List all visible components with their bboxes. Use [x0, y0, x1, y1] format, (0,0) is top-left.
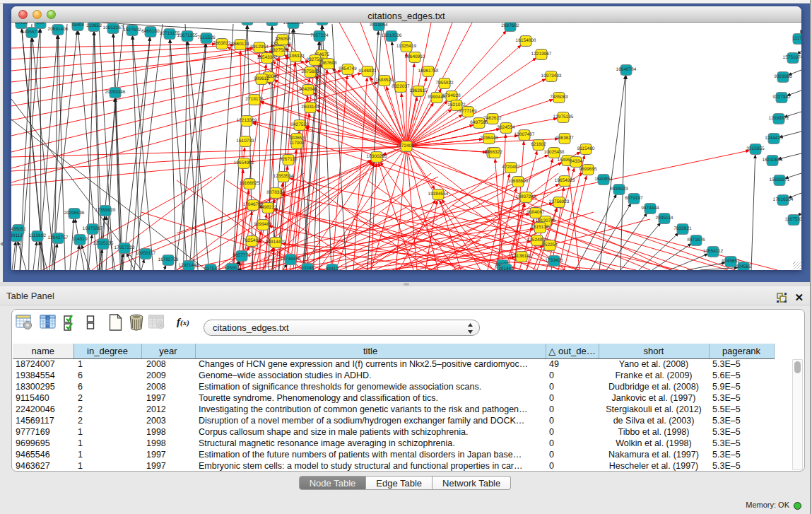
- svg-text:10975867: 10975867: [83, 226, 103, 231]
- svg-text:15692971: 15692971: [770, 177, 790, 182]
- svg-text:2935114: 2935114: [656, 216, 673, 221]
- svg-text:10653267: 10653267: [103, 25, 124, 30]
- svg-text:19166825: 19166825: [240, 181, 260, 186]
- svg-text:904: 904: [37, 23, 45, 25]
- svg-text:7955822: 7955822: [435, 81, 454, 86]
- svg-text:19756923: 19756923: [549, 199, 570, 204]
- svg-text:17957223: 17957223: [114, 245, 135, 250]
- svg-text:1640954: 1640954: [594, 177, 613, 182]
- svg-text:7515526: 7515526: [197, 35, 216, 40]
- svg-text:10246: 10246: [301, 266, 314, 270]
- svg-text:326058: 326058: [275, 37, 290, 42]
- svg-text:4498222: 4498222: [259, 205, 277, 210]
- svg-text:9329966: 9329966: [774, 74, 792, 79]
- svg-text:2603144: 2603144: [301, 105, 319, 110]
- svg-text:1527602: 1527602: [123, 28, 141, 33]
- svg-text:7462612: 7462612: [483, 116, 502, 121]
- svg-text:14055712: 14055712: [22, 30, 42, 35]
- svg-text:93754: 93754: [204, 267, 217, 270]
- svg-text:3215955: 3215955: [746, 146, 765, 151]
- svg-text:11325419: 11325419: [396, 44, 417, 49]
- svg-text:252254: 252254: [542, 243, 558, 247]
- svg-text:621602: 621602: [531, 142, 546, 147]
- svg-text:10688609: 10688609: [508, 179, 529, 184]
- svg-text:98412: 98412: [326, 267, 339, 270]
- svg-text:12093872: 12093872: [769, 116, 789, 121]
- svg-text:84334: 84334: [570, 159, 582, 164]
- svg-text:14136141: 14136141: [512, 254, 532, 259]
- svg-text:1733426: 1733426: [545, 258, 563, 263]
- svg-text:39113: 39113: [11, 233, 23, 238]
- svg-text:210653: 210653: [86, 23, 102, 28]
- svg-text:18300295: 18300295: [367, 154, 387, 159]
- svg-text:20206536: 20206536: [64, 211, 85, 216]
- svg-text:9657771: 9657771: [233, 253, 251, 258]
- svg-text:1362615: 1362615: [409, 88, 428, 93]
- svg-text:1167533: 1167533: [785, 217, 801, 222]
- svg-text:105051: 105051: [224, 266, 240, 270]
- svg-text:12505135: 12505135: [93, 241, 114, 246]
- svg-text:18640910: 18640910: [405, 54, 425, 59]
- svg-text:12213369: 12213369: [237, 118, 257, 123]
- svg-text:8454749: 8454749: [339, 66, 357, 71]
- svg-text:19218506: 19218506: [382, 33, 402, 38]
- svg-text:8938923: 8938923: [610, 187, 628, 192]
- svg-text:1115682: 1115682: [29, 233, 47, 238]
- svg-text:8813054: 8813054: [370, 23, 388, 28]
- svg-text:2367608: 2367608: [319, 61, 337, 66]
- svg-text:16033809: 16033809: [283, 23, 304, 25]
- svg-text:9227342: 9227342: [772, 95, 791, 100]
- svg-text:20053346: 20053346: [105, 90, 126, 95]
- svg-text:9327505: 9327505: [270, 48, 288, 53]
- svg-text:2687682: 2687682: [501, 23, 519, 28]
- svg-text:2718176: 2718176: [245, 97, 264, 102]
- svg-text:15751074: 15751074: [783, 55, 801, 60]
- svg-text:16782759: 16782759: [158, 257, 179, 262]
- svg-text:8471676: 8471676: [687, 238, 705, 243]
- svg-text:7625402: 7625402: [242, 238, 261, 243]
- svg-text:9463627: 9463627: [555, 136, 574, 141]
- svg-text:16154808: 16154808: [516, 38, 536, 43]
- svg-text:8322037: 8322037: [392, 84, 410, 89]
- svg-text:11170: 11170: [792, 36, 801, 41]
- svg-text:12975135: 12975135: [553, 115, 574, 119]
- svg-text:19384554: 19384554: [428, 192, 449, 197]
- svg-text:2036448: 2036448: [480, 136, 498, 141]
- svg-text:8912954: 8912954: [250, 45, 269, 49]
- svg-text:12042757: 12042757: [48, 235, 69, 240]
- svg-text:15716485: 15716485: [281, 257, 301, 262]
- svg-text:10807487: 10807487: [514, 132, 535, 137]
- svg-text:9777169: 9777169: [459, 109, 477, 114]
- svg-text:9474444: 9474444: [641, 206, 659, 211]
- svg-text:117004: 117004: [289, 141, 305, 146]
- svg-text:6879197: 6879197: [625, 196, 643, 201]
- svg-text:12921448: 12921448: [179, 263, 199, 268]
- svg-text:7485063: 7485063: [550, 95, 568, 100]
- svg-text:9242848: 9242848: [299, 87, 317, 92]
- svg-text:1610733: 1610733: [236, 139, 254, 144]
- svg-text:8267110: 8267110: [280, 157, 298, 162]
- svg-text:7857224: 7857224: [310, 33, 329, 38]
- svg-text:3875685: 3875685: [301, 69, 319, 74]
- svg-text:1615132: 1615132: [531, 225, 549, 230]
- svg-text:19654923: 19654923: [555, 178, 575, 183]
- svg-text:201441: 201441: [498, 267, 514, 270]
- svg-text:8427552: 8427552: [290, 122, 309, 127]
- svg-text:924565: 924565: [736, 264, 751, 269]
- svg-text:4720407: 4720407: [502, 165, 520, 170]
- svg-text:8186323: 8186323: [286, 54, 305, 59]
- svg-text:12353594: 12353594: [273, 174, 294, 179]
- svg-text:9099489: 9099489: [254, 222, 272, 227]
- svg-text:19404: 19404: [71, 23, 84, 28]
- svg-text:10654112: 10654112: [703, 249, 724, 254]
- svg-text:114519: 114519: [72, 237, 88, 242]
- svg-text:7632621: 7632621: [673, 226, 692, 231]
- svg-text:8660124: 8660124: [231, 42, 249, 47]
- svg-text:16961758: 16961758: [418, 69, 439, 74]
- svg-text:1244415: 1244415: [765, 136, 783, 141]
- svg-text:10025438: 10025438: [544, 150, 565, 155]
- svg-text:20691406: 20691406: [48, 27, 69, 32]
- svg-text:18724007: 18724007: [396, 144, 417, 148]
- svg-text:16648784: 16648784: [616, 67, 637, 72]
- svg-text:16543382: 16543382: [257, 55, 278, 60]
